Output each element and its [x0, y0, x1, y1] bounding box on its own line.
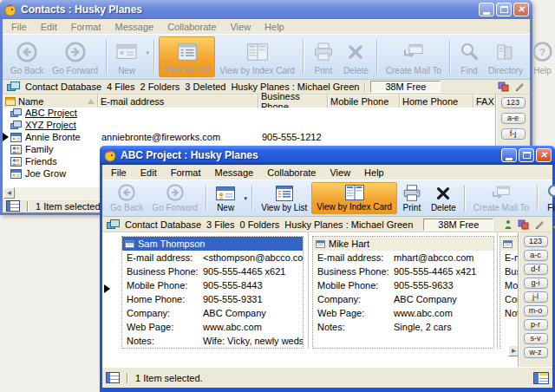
titlebar[interactable]: ABC Project : Husky Planes ✕ — [100, 146, 555, 165]
new-button[interactable]: New ▼ — [111, 36, 150, 77]
maximize-button[interactable] — [519, 148, 534, 162]
help-button[interactable]: ? Help — [527, 36, 555, 77]
maximize-button[interactable] — [496, 3, 512, 16]
menu-help[interactable]: Help — [258, 20, 291, 34]
index-tab-p-r[interactable]: p-r — [524, 319, 548, 330]
minimize-button[interactable] — [501, 148, 517, 162]
menu-format[interactable]: Format — [64, 20, 108, 34]
index-tab-w-z[interactable]: w-z — [524, 347, 548, 358]
find-button[interactable]: Find — [454, 36, 484, 77]
contact-name[interactable]: ABC Project — [25, 108, 77, 118]
card-field: Home Phone:905-555-9331 — [122, 292, 303, 306]
go-forward-label: Go Forward — [152, 203, 198, 212]
infobar-separator — [364, 82, 365, 92]
view-by-index-card-button[interactable]: View by Index Card — [311, 182, 397, 214]
column-header-mobile-phone[interactable]: Mobile Phone — [328, 95, 400, 108]
menu-message[interactable]: Message — [108, 20, 161, 34]
close-button[interactable]: ✕ — [536, 148, 552, 162]
list-item[interactable]: ABC Project — [3, 108, 495, 120]
menu-file[interactable]: File — [4, 20, 34, 34]
view-by-list-button[interactable]: View by List — [257, 182, 311, 214]
field-value: 905-555-9331 — [203, 294, 303, 304]
menu-edit[interactable]: Edit — [34, 20, 64, 34]
directory-button[interactable]: Directory — [484, 36, 527, 77]
folders-icon[interactable] — [518, 219, 529, 230]
menu-view[interactable]: View — [223, 20, 258, 34]
go-back-button: Go Back — [106, 182, 147, 214]
column-header-home-phone[interactable]: Home Phone — [400, 95, 473, 108]
print-button[interactable]: Print — [397, 182, 427, 214]
index-tab-123[interactable]: 123 — [501, 97, 526, 108]
minimize-button[interactable] — [479, 3, 494, 16]
index-tab-j-l[interactable]: j-l — [524, 291, 548, 303]
toolbar-separator — [537, 186, 539, 211]
infobar-files: 4 Files — [107, 82, 134, 92]
contact-name[interactable]: Family — [25, 144, 53, 154]
index-tab-a-c[interactable]: a-c — [524, 250, 548, 261]
pencil-icon[interactable] — [534, 219, 545, 230]
view-mode-grid-icon[interactable] — [533, 372, 549, 384]
index-tab-a-e[interactable]: a-e — [501, 113, 526, 124]
new-dropdown-arrow[interactable]: ▼ — [145, 50, 150, 56]
window-body: File Edit Format Message Collaborate Vie… — [100, 165, 555, 392]
column-header-name[interactable]: Name — [3, 95, 98, 108]
menu-file[interactable]: File — [104, 166, 134, 180]
find-button[interactable]: Find — [542, 182, 555, 214]
column-header-email[interactable]: E-mail address — [98, 95, 258, 108]
index-tab-s-v[interactable]: s-v — [524, 333, 548, 344]
delete-label: Delete — [343, 66, 369, 75]
field-value: 905-555-9633 — [394, 280, 493, 291]
field-value: 905-555-8443 — [203, 280, 303, 291]
index-tab-f-j[interactable]: f-j — [501, 128, 526, 140]
menu-help[interactable]: Help — [357, 166, 391, 180]
card-header[interactable]: Mike Hart — [313, 237, 493, 251]
go-back-label: Go Back — [110, 203, 143, 212]
new-button[interactable]: New ▼ — [211, 182, 248, 214]
print-button[interactable]: Print — [308, 36, 339, 77]
view-by-list-button[interactable]: View by List — [159, 36, 215, 77]
menu-collaborate[interactable]: Collaborate — [260, 166, 323, 180]
delete-button[interactable]: Delete — [427, 182, 460, 214]
contact-card-mike-hart[interactable]: Mike Hart E-mail address:mhart@abcco.com… — [312, 236, 494, 349]
person-icon[interactable] — [504, 219, 513, 230]
index-tab-123[interactable]: 123 — [524, 236, 548, 247]
delete-button[interactable]: Delete — [339, 36, 373, 77]
menu-edit[interactable]: Edit — [134, 166, 164, 180]
scroll-left-button[interactable]: ◄ — [3, 187, 15, 199]
contact-database-icon — [7, 82, 20, 92]
column-header-row: Name E-mail address Business Phone Mobil… — [3, 95, 495, 108]
list-item[interactable]: XYZ Project — [3, 120, 495, 132]
go-back-label: Go Back — [10, 66, 43, 75]
desktop: Contacts : Husky Planes ✕ File Edit Form… — [0, 0, 555, 392]
card-header-selected[interactable]: Sam Thompson — [122, 237, 303, 251]
menu-collaborate[interactable]: Collaborate — [160, 20, 223, 34]
go-forward-button: Go Forward — [147, 182, 202, 214]
statusbar: 1 Item selected. — [102, 367, 552, 388]
contact-name[interactable]: Annie Bronte — [25, 132, 81, 142]
folders-icon[interactable] — [498, 82, 509, 92]
menu-view[interactable]: View — [323, 166, 357, 180]
infobar-files: 3 Files — [206, 219, 234, 230]
pencil-icon[interactable] — [514, 82, 526, 92]
index-tab-d-f[interactable]: d-f — [524, 264, 548, 275]
close-button[interactable]: ✕ — [513, 3, 529, 16]
contact-name[interactable]: Joe Grow — [25, 168, 66, 179]
titlebar[interactable]: Contacts : Husky Planes ✕ — [0, 0, 532, 19]
column-header-fax[interactable]: FAX — [473, 95, 495, 108]
contact-name[interactable]: Friends — [25, 156, 57, 167]
new-dropdown-arrow[interactable]: ▼ — [243, 196, 248, 201]
contact-name[interactable]: XYZ Project — [25, 120, 76, 130]
contact-email: anniebronte@fireworks.com — [101, 132, 220, 142]
view-by-index-card-button[interactable]: View by Index Card — [215, 36, 299, 77]
field-label: Notes: — [127, 336, 203, 346]
field-label: Mobile Phone: — [127, 280, 203, 291]
pen-icon[interactable] — [551, 219, 555, 230]
menu-format[interactable]: Format — [164, 166, 208, 180]
index-tab-m-o[interactable]: m-o — [524, 305, 548, 317]
menu-message[interactable]: Message — [208, 166, 261, 180]
find-label: Find — [547, 203, 555, 212]
contact-card-sam-thompson[interactable]: Sam Thompson E-mail address:<sthompson@a… — [121, 236, 304, 349]
column-header-business-phone[interactable]: Business Phone — [258, 95, 328, 108]
index-tab-g-i[interactable]: g-i — [524, 278, 548, 289]
list-item[interactable]: Annie Bronte anniebronte@fireworks.com 9… — [3, 132, 495, 144]
